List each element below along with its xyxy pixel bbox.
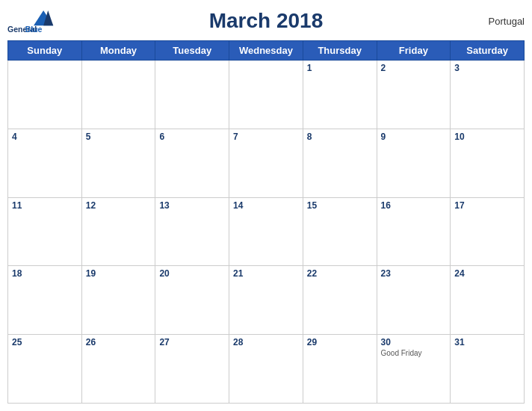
day-number: 16 xyxy=(381,200,447,211)
calendar-week-row: 11121314151617 xyxy=(8,197,525,266)
calendar-header: General Blue March 2018 Portugal xyxy=(7,6,525,36)
holiday-label: Good Friday xyxy=(381,349,447,357)
table-row: 1 xyxy=(303,61,377,129)
weekday-header-row: Sunday Monday Tuesday Wednesday Thursday… xyxy=(8,41,525,61)
table-row: 30Good Friday xyxy=(377,335,451,404)
day-number: 5 xyxy=(86,132,152,142)
table-row: 27 xyxy=(155,335,229,404)
day-number: 27 xyxy=(159,337,225,347)
table-row: 20 xyxy=(155,266,229,335)
table-row: 3 xyxy=(451,61,525,129)
day-number: 25 xyxy=(12,337,78,347)
table-row: 10 xyxy=(451,129,525,197)
day-number: 21 xyxy=(233,268,299,279)
day-number: 31 xyxy=(454,337,520,347)
country-label: Portugal xyxy=(489,16,525,27)
table-row xyxy=(81,61,155,129)
header-tuesday: Tuesday xyxy=(155,41,229,61)
header-wednesday: Wednesday xyxy=(229,41,303,61)
day-number: 4 xyxy=(12,132,78,142)
header-saturday: Saturday xyxy=(451,41,525,61)
table-row: 26 xyxy=(81,335,155,404)
table-row: 9 xyxy=(377,129,451,197)
table-row: 16 xyxy=(377,197,451,266)
table-row: 24 xyxy=(451,266,525,335)
header-sunday: Sunday xyxy=(8,41,82,61)
day-number: 3 xyxy=(454,63,520,73)
table-row: 2 xyxy=(377,61,451,129)
day-number: 1 xyxy=(307,63,373,73)
calendar-table: Sunday Monday Tuesday Wednesday Thursday… xyxy=(7,40,525,404)
table-row xyxy=(229,61,303,129)
day-number: 29 xyxy=(307,337,373,347)
table-row: 29 xyxy=(303,335,377,404)
table-row: 28 xyxy=(229,335,303,404)
day-number: 13 xyxy=(159,200,225,211)
day-number: 30 xyxy=(381,337,447,347)
table-row xyxy=(8,61,82,129)
table-row xyxy=(155,61,229,129)
table-row: 31 xyxy=(451,335,525,404)
table-row: 18 xyxy=(8,266,82,335)
header-thursday: Thursday xyxy=(303,41,377,61)
day-number: 26 xyxy=(86,337,152,347)
day-number: 28 xyxy=(233,337,299,347)
table-row: 19 xyxy=(81,266,155,335)
day-number: 8 xyxy=(307,132,373,142)
calendar-week-row: 123 xyxy=(8,61,525,129)
table-row: 5 xyxy=(81,129,155,197)
table-row: 23 xyxy=(377,266,451,335)
day-number: 20 xyxy=(159,268,225,279)
calendar-wrapper: General Blue March 2018 Portugal Sunday … xyxy=(0,0,532,411)
table-row: 4 xyxy=(8,129,82,197)
day-number: 11 xyxy=(12,200,78,211)
table-row: 12 xyxy=(81,197,155,266)
day-number: 7 xyxy=(233,132,299,142)
table-row: 15 xyxy=(303,197,377,266)
table-row: 22 xyxy=(303,266,377,335)
logo-icon: General Blue xyxy=(7,7,60,35)
day-number: 24 xyxy=(454,268,520,279)
day-number: 17 xyxy=(454,200,520,211)
day-number: 6 xyxy=(159,132,225,142)
table-row: 14 xyxy=(229,197,303,266)
table-row: 21 xyxy=(229,266,303,335)
header-friday: Friday xyxy=(377,41,451,61)
day-number: 9 xyxy=(381,132,447,142)
calendar-week-row: 18192021222324 xyxy=(8,266,525,335)
day-number: 18 xyxy=(12,268,78,279)
day-number: 19 xyxy=(86,268,152,279)
day-number: 2 xyxy=(381,63,447,73)
calendar-week-row: 45678910 xyxy=(8,129,525,197)
day-number: 12 xyxy=(86,200,152,211)
month-title: March 2018 xyxy=(209,9,324,33)
table-row: 8 xyxy=(303,129,377,197)
logo-area: General Blue xyxy=(7,7,60,35)
svg-text:Blue: Blue xyxy=(25,25,43,34)
day-number: 15 xyxy=(307,200,373,211)
table-row: 25 xyxy=(8,335,82,404)
table-row: 17 xyxy=(451,197,525,266)
calendar-week-row: 252627282930Good Friday31 xyxy=(8,335,525,404)
table-row: 6 xyxy=(155,129,229,197)
day-number: 10 xyxy=(454,132,520,142)
table-row: 11 xyxy=(8,197,82,266)
day-number: 14 xyxy=(233,200,299,211)
table-row: 13 xyxy=(155,197,229,266)
table-row: 7 xyxy=(229,129,303,197)
day-number: 22 xyxy=(307,268,373,279)
header-monday: Monday xyxy=(81,41,155,61)
day-number: 23 xyxy=(381,268,447,279)
